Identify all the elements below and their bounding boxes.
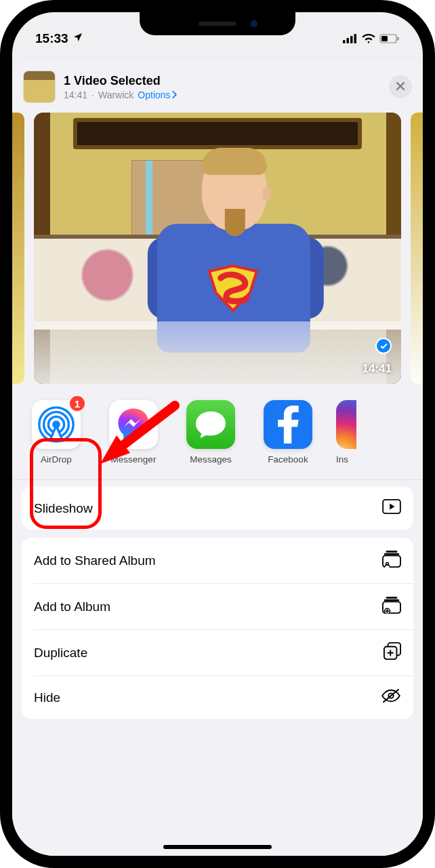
messages-icon — [186, 400, 235, 449]
airdrop-label: AirDrop — [41, 454, 72, 465]
close-button[interactable] — [389, 75, 412, 98]
svg-rect-12 — [386, 551, 398, 553]
svg-rect-5 — [381, 36, 388, 41]
video-duration: 14:41 — [362, 362, 392, 376]
sheet-title: 1 Video Selected — [64, 74, 389, 88]
svg-rect-2 — [350, 36, 353, 43]
actions-list: Slideshow Add to Shared Album — [12, 480, 423, 719]
messenger-label: Messenger — [111, 454, 157, 465]
share-sheet: 1 Video Selected 14:41 · Warwick Options — [12, 61, 423, 856]
shared-album-icon — [382, 550, 401, 571]
action-slideshow[interactable]: Slideshow — [22, 487, 413, 530]
svg-rect-1 — [347, 38, 350, 43]
share-app-airdrop[interactable]: 1 AirDrop — [27, 400, 85, 465]
action-add-album[interactable]: Add to Album — [22, 584, 413, 629]
sheet-header: 1 Video Selected 14:41 · Warwick Options — [12, 61, 423, 113]
add-album-icon — [382, 596, 401, 617]
selection-thumbnail[interactable] — [23, 71, 56, 103]
action-hide[interactable]: Hide — [22, 676, 413, 719]
share-app-messages[interactable]: Messages — [182, 400, 240, 465]
share-app-facebook[interactable]: Facebook — [259, 400, 317, 465]
instagram-icon — [336, 400, 356, 449]
next-item-edge[interactable] — [411, 113, 423, 384]
svg-rect-18 — [384, 599, 399, 601]
instagram-label: Ins — [336, 454, 356, 465]
share-app-messenger[interactable]: Messenger — [104, 400, 163, 465]
airdrop-icon: 1 — [32, 400, 81, 449]
messages-label: Messages — [190, 454, 232, 465]
svg-rect-0 — [343, 40, 346, 43]
chevron-right-icon — [172, 90, 178, 100]
facebook-icon — [264, 400, 312, 449]
svg-rect-6 — [398, 37, 399, 41]
play-rect-icon — [382, 499, 401, 517]
wifi-icon — [362, 34, 375, 43]
video-preview[interactable]: 14:41 — [34, 113, 401, 384]
messenger-icon — [109, 400, 158, 449]
home-indicator[interactable] — [163, 845, 272, 849]
duplicate-icon — [384, 642, 401, 663]
battery-icon — [379, 34, 400, 43]
action-duplicate[interactable]: Duplicate — [22, 630, 413, 675]
preview-scroller[interactable]: 14:41 — [12, 113, 423, 395]
options-link[interactable]: Options — [138, 90, 177, 100]
action-card-slideshow: Slideshow — [22, 487, 413, 530]
close-icon — [396, 80, 405, 94]
screen: 15:33 1 Vi — [12, 12, 423, 856]
app-share-row[interactable]: 1 AirDrop Messenger — [12, 395, 423, 480]
svg-rect-3 — [354, 34, 357, 43]
notch — [140, 12, 295, 35]
selection-checkmark-icon[interactable] — [375, 338, 392, 354]
sheet-subtitle: 14:41 · Warwick Options — [64, 90, 389, 100]
facebook-label: Facebook — [268, 454, 308, 465]
svg-rect-13 — [384, 553, 399, 555]
status-time: 15:33 — [35, 31, 68, 46]
cellular-icon — [343, 34, 358, 43]
svg-rect-17 — [386, 597, 398, 599]
eye-slash-icon — [381, 688, 401, 707]
timestamp: 14:41 — [64, 90, 87, 100]
airdrop-badge: 1 — [68, 395, 86, 412]
prev-item-edge[interactable] — [12, 113, 24, 384]
action-card-group: Add to Shared Album Add to Album — [22, 538, 413, 719]
action-add-shared-album[interactable]: Add to Shared Album — [22, 538, 413, 583]
device-frame: 15:33 1 Vi — [0, 0, 435, 868]
location-arrow-icon — [72, 31, 83, 46]
share-app-instagram[interactable]: Ins — [336, 400, 356, 465]
location-label: Warwick — [98, 90, 133, 100]
